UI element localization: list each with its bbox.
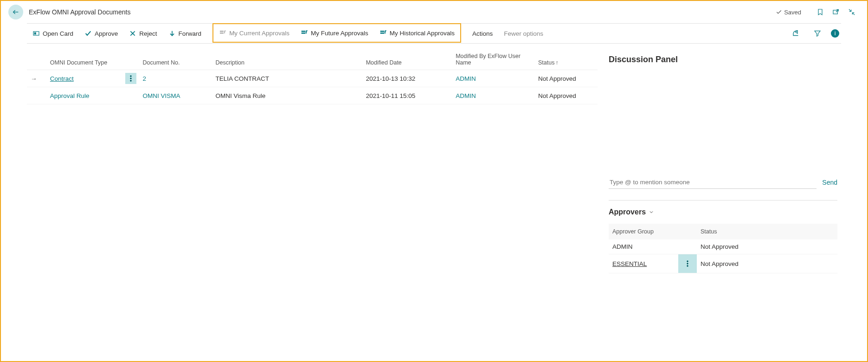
- reject-button[interactable]: Reject: [123, 24, 162, 43]
- modified-by-link[interactable]: ADMIN: [456, 75, 476, 82]
- approve-label: Approve: [95, 30, 118, 37]
- actions-button[interactable]: Actions: [467, 24, 498, 43]
- collapse-button[interactable]: [848, 8, 856, 16]
- svg-rect-14: [380, 31, 384, 32]
- svg-rect-12: [302, 31, 305, 32]
- arrow-left-icon: [12, 8, 19, 16]
- open-card-button[interactable]: Open Card: [27, 24, 79, 43]
- divider: [609, 200, 837, 200]
- svg-rect-1: [833, 10, 837, 14]
- collapse-icon: [848, 8, 855, 16]
- cell-status: Not Approved: [534, 70, 598, 87]
- discussion-panel-title: Discussion Panel: [609, 55, 837, 65]
- col-menu: [678, 224, 697, 239]
- col-selector: [27, 44, 46, 70]
- cell-status: Not Approved: [534, 87, 598, 104]
- fewer-options-label: Fewer options: [504, 30, 543, 37]
- row-menu-button[interactable]: [125, 73, 136, 84]
- doc-no-link[interactable]: OMNI VISMA: [143, 92, 180, 99]
- svg-point-20: [687, 261, 688, 262]
- documents-table: OMNI Document Type Document No. Descript…: [27, 44, 598, 104]
- modified-by-link[interactable]: ADMIN: [456, 92, 476, 99]
- col-modified-by[interactable]: Modified By ExFlow User Name: [452, 44, 534, 70]
- my-future-label: My Future Approvals: [311, 30, 368, 37]
- cell-modified-date: 2021-10-13 10:32: [362, 70, 452, 87]
- saved-indicator: Saved: [776, 9, 801, 16]
- table-row[interactable]: Approval Rule OMNI VISMA OMNI Visma Rule…: [27, 87, 598, 104]
- approve-button[interactable]: Approve: [79, 24, 123, 43]
- svg-line-4: [852, 13, 855, 15]
- col-approver-status[interactable]: Status: [697, 224, 837, 239]
- my-historical-label: My Historical Approvals: [390, 30, 455, 37]
- doc-type-link[interactable]: Approval Rule: [50, 92, 90, 99]
- dots-vertical-icon: [687, 260, 688, 267]
- svg-rect-13: [302, 32, 305, 33]
- svg-point-22: [687, 265, 688, 267]
- info-button[interactable]: i: [831, 29, 839, 38]
- info-icon: i: [835, 30, 836, 37]
- popout-icon: [832, 8, 840, 16]
- svg-line-3: [849, 9, 851, 12]
- my-historical-approvals-button[interactable]: My Historical Approvals: [374, 24, 460, 42]
- my-current-approvals-button[interactable]: My Current Approvals: [213, 24, 295, 42]
- mention-input[interactable]: [609, 176, 817, 189]
- sort-asc-icon: ↑: [554, 59, 558, 66]
- col-doc-type[interactable]: OMNI Document Type: [46, 44, 122, 70]
- table-row[interactable]: → Contract 2 TELIA CONTRACT 2021-10-13 1…: [27, 70, 598, 87]
- x-icon: [129, 30, 136, 37]
- my-current-label: My Current Approvals: [229, 30, 289, 37]
- col-menu: [122, 44, 139, 70]
- cell-status: Not Approved: [697, 254, 837, 273]
- page-header: ExFlow OMNI Approval Documents Saved: [1, 1, 867, 23]
- col-modified-date[interactable]: Modified Date: [362, 44, 452, 70]
- bookmark-icon: [817, 8, 824, 16]
- svg-rect-6: [34, 32, 36, 34]
- cell-modified-date: 2021-10-11 15:05: [362, 87, 452, 104]
- popout-button[interactable]: [832, 8, 840, 16]
- row-indicator: [27, 87, 46, 104]
- action-toolbar: Open Card Approve Reject Forward My Curr…: [27, 23, 841, 44]
- approvers-toggle[interactable]: Approvers: [609, 208, 837, 216]
- chevron-down-icon: [649, 209, 654, 215]
- svg-point-18: [130, 80, 132, 82]
- doc-no-link[interactable]: 2: [143, 75, 147, 82]
- doc-type-link[interactable]: Contract: [50, 75, 74, 82]
- fewer-options-button[interactable]: Fewer options: [498, 24, 549, 43]
- row-menu-button[interactable]: [682, 258, 693, 269]
- svg-point-17: [130, 78, 132, 79]
- cell-menu: [678, 239, 697, 254]
- send-button[interactable]: Send: [822, 179, 837, 186]
- reject-label: Reject: [139, 30, 157, 37]
- check-icon: [776, 9, 782, 15]
- approver-row[interactable]: ESSENTIAL Not Approved: [609, 254, 837, 273]
- row-menu-button[interactable]: [125, 90, 136, 101]
- my-future-approvals-button[interactable]: My Future Approvals: [295, 24, 374, 42]
- cell-group: ESSENTIAL: [612, 260, 647, 267]
- list-filter-icon: [301, 29, 308, 37]
- open-card-label: Open Card: [43, 30, 73, 37]
- col-approver-group[interactable]: Approver Group: [609, 224, 678, 239]
- page-title: ExFlow OMNI Approval Documents: [29, 8, 130, 16]
- card-icon: [32, 30, 40, 37]
- col-description[interactable]: Description: [212, 44, 362, 70]
- forward-button[interactable]: Forward: [163, 24, 207, 43]
- approvals-tab-group: My Current Approvals My Future Approvals…: [212, 23, 461, 43]
- svg-point-21: [687, 263, 688, 265]
- col-doc-no[interactable]: Document No.: [139, 44, 212, 70]
- share-button[interactable]: [792, 29, 800, 38]
- actions-label: Actions: [472, 30, 493, 37]
- approver-row[interactable]: ADMIN Not Approved: [609, 239, 837, 254]
- svg-rect-11: [220, 32, 224, 33]
- approvers-title: Approvers: [609, 208, 646, 216]
- cell-description: TELIA CONTRACT: [212, 70, 362, 87]
- dots-vertical-icon: [130, 75, 132, 82]
- bookmark-button[interactable]: [816, 8, 824, 16]
- forward-label: Forward: [179, 30, 202, 37]
- approvers-table: Approver Group Status ADMIN Not Approved…: [609, 224, 837, 273]
- col-status[interactable]: Status↑: [534, 44, 598, 70]
- cell-description: OMNI Visma Rule: [212, 87, 362, 104]
- back-button[interactable]: [8, 5, 23, 19]
- funnel-icon: [814, 30, 821, 37]
- cell-status: Not Approved: [697, 239, 837, 254]
- filter-button[interactable]: [813, 29, 822, 38]
